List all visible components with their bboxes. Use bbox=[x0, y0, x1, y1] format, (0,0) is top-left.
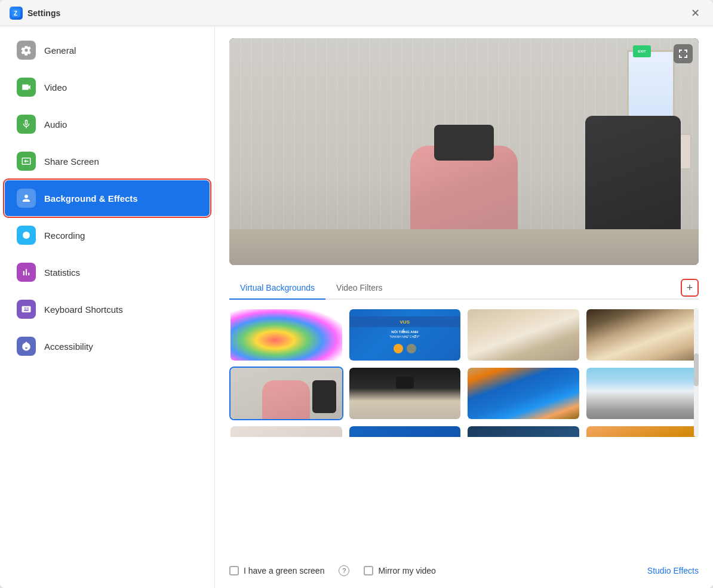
blue-poster-header: VUS bbox=[349, 316, 461, 327]
sidebar-label-recording: Recording bbox=[44, 230, 85, 241]
current-chair bbox=[312, 380, 336, 413]
titlebar: Z Settings ✕ bbox=[0, 0, 713, 26]
content-area: EXIT Virtual Backgrounds Video Filters + bbox=[215, 26, 713, 588]
chair-right bbox=[585, 116, 681, 235]
bg-preview-living1 bbox=[468, 309, 579, 361]
current-jacket bbox=[262, 380, 310, 419]
sidebar-item-statistics[interactable]: Statistics bbox=[5, 254, 210, 290]
bg-preview-blue: VUS NÓI TIẾNG ANH "NHANH NHƯ CHỚP" bbox=[349, 309, 461, 361]
bg-thumb-blue-poster[interactable]: VUS NÓI TIẾNG ANH "NHANH NHƯ CHỚP" bbox=[348, 308, 462, 362]
bg-preview-modern bbox=[468, 368, 579, 419]
bg-thumb-living1[interactable] bbox=[466, 308, 580, 362]
bg-preview-current bbox=[231, 368, 342, 419]
mirror-video-text: Mirror my video bbox=[378, 566, 435, 575]
svg-text:Z: Z bbox=[14, 10, 17, 17]
bg-preview-dining bbox=[586, 309, 698, 361]
bg-thumb-dining[interactable] bbox=[585, 308, 699, 362]
sidebar-item-accessibility[interactable]: Accessibility bbox=[5, 328, 210, 364]
bg-preview-colorful bbox=[231, 309, 342, 361]
video-scene: EXIT bbox=[229, 38, 699, 265]
svg-point-2 bbox=[23, 232, 30, 239]
window-title: Settings bbox=[27, 8, 60, 18]
background-grid: VUS NÓI TIẾNG ANH "NHANH NHƯ CHỚP" bbox=[229, 308, 699, 437]
add-background-button[interactable]: + bbox=[681, 279, 699, 297]
green-screen-text: I have a green screen bbox=[244, 566, 324, 575]
tab-virtual-backgrounds[interactable]: Virtual Backgrounds bbox=[229, 277, 325, 300]
tab-video-filters[interactable]: Video Filters bbox=[325, 277, 394, 300]
grid-scrollbar-track bbox=[694, 308, 699, 437]
blue-poster-logo: VUS bbox=[400, 319, 410, 325]
exit-sign: EXIT bbox=[633, 45, 651, 57]
gear-icon bbox=[17, 41, 36, 60]
bg-thumb-studio[interactable] bbox=[348, 367, 462, 420]
blue-poster-text: NÓI TIẾNG ANH "NHANH NHƯ CHỚP" bbox=[387, 327, 422, 341]
titlebar-left: Z Settings bbox=[10, 7, 60, 20]
bg-preview-partial4 bbox=[586, 426, 698, 437]
recording-icon bbox=[17, 226, 36, 245]
tabs-container: Virtual Backgrounds Video Filters + bbox=[229, 265, 699, 437]
help-icon[interactable]: ? bbox=[339, 565, 349, 576]
green-screen-label[interactable]: I have a green screen bbox=[229, 566, 324, 575]
background-grid-scroll[interactable]: VUS NÓI TIẾNG ANH "NHANH NHƯ CHỚP" bbox=[229, 300, 699, 437]
bottom-controls: I have a green screen ? Mirror my video … bbox=[229, 555, 699, 576]
sidebar-label-audio: Audio bbox=[44, 119, 67, 130]
expand-button[interactable] bbox=[674, 44, 693, 63]
sidebar-item-audio[interactable]: Audio bbox=[5, 106, 210, 142]
app-logo: Z bbox=[10, 7, 23, 20]
bg-thumb-modern[interactable] bbox=[466, 367, 580, 420]
mirror-video-checkbox[interactable] bbox=[364, 566, 373, 575]
sidebar-item-share-screen[interactable]: Share Screen bbox=[5, 143, 210, 179]
stats-icon bbox=[17, 263, 36, 282]
bg-preview-partial2 bbox=[349, 426, 461, 437]
video-preview: EXIT bbox=[229, 38, 699, 265]
bg-thumb-current-room[interactable] bbox=[229, 367, 343, 420]
blue-poster-line1: NÓI TIẾNG ANH bbox=[389, 330, 420, 334]
bg-thumb-colorful-splash[interactable] bbox=[229, 308, 343, 362]
bg-preview-studio bbox=[349, 368, 461, 419]
room-floor bbox=[229, 229, 699, 265]
plus-icon: + bbox=[687, 282, 693, 294]
bg-preview-partial1 bbox=[231, 426, 342, 437]
head-item bbox=[434, 125, 494, 161]
sidebar-label-general: General bbox=[44, 45, 76, 56]
sidebar-item-background-effects[interactable]: Background & Effects bbox=[5, 180, 210, 216]
sidebar-label-share-screen: Share Screen bbox=[44, 156, 99, 167]
sidebar-label-keyboard-shortcuts: Keyboard Shortcuts bbox=[44, 304, 123, 315]
sidebar-label-background-effects: Background & Effects bbox=[44, 193, 138, 204]
sidebar-label-statistics: Statistics bbox=[44, 267, 80, 278]
thumbnails-wrapper: VUS NÓI TIẾNG ANH "NHANH NHƯ CHỚP" bbox=[229, 300, 699, 437]
background-icon bbox=[17, 189, 36, 208]
share-icon bbox=[17, 152, 36, 171]
video-icon bbox=[17, 78, 36, 97]
bg-thumb-city[interactable] bbox=[585, 367, 699, 420]
studio-lights bbox=[396, 377, 414, 389]
bg-preview-partial3 bbox=[468, 426, 579, 437]
tabs-row: Virtual Backgrounds Video Filters + bbox=[229, 277, 699, 300]
circle-orange bbox=[394, 344, 403, 353]
sidebar-item-general[interactable]: General bbox=[5, 32, 210, 68]
living-inner bbox=[468, 309, 579, 361]
sidebar-item-recording[interactable]: Recording bbox=[5, 217, 210, 253]
main-content: General Video Audio Sha bbox=[0, 26, 713, 588]
keyboard-icon bbox=[17, 300, 36, 319]
close-button[interactable]: ✕ bbox=[687, 5, 703, 21]
sidebar: General Video Audio Sha bbox=[0, 26, 215, 588]
bg-thumb-partial2[interactable] bbox=[348, 425, 462, 437]
settings-window: Z Settings ✕ General Video bbox=[0, 0, 713, 588]
sidebar-label-video: Video bbox=[44, 82, 67, 93]
green-screen-checkbox[interactable] bbox=[229, 566, 239, 575]
sidebar-item-video[interactable]: Video bbox=[5, 69, 210, 105]
accessibility-icon bbox=[17, 337, 36, 356]
studio-effects-button[interactable]: Studio Effects bbox=[647, 566, 699, 575]
mirror-video-label[interactable]: Mirror my video bbox=[364, 566, 435, 575]
sidebar-label-accessibility: Accessibility bbox=[44, 341, 93, 352]
bg-thumb-partial1[interactable] bbox=[229, 425, 343, 437]
bg-thumb-partial3[interactable] bbox=[466, 425, 580, 437]
bg-thumb-partial4[interactable] bbox=[585, 425, 699, 437]
grid-scrollbar-thumb bbox=[694, 353, 699, 386]
blue-poster-line2: "NHANH NHƯ CHỚP" bbox=[389, 335, 420, 339]
blue-poster-circles bbox=[394, 344, 416, 353]
sidebar-item-keyboard-shortcuts[interactable]: Keyboard Shortcuts bbox=[5, 291, 210, 327]
circle-orange-2 bbox=[407, 344, 416, 353]
bg-preview-city bbox=[586, 368, 698, 419]
